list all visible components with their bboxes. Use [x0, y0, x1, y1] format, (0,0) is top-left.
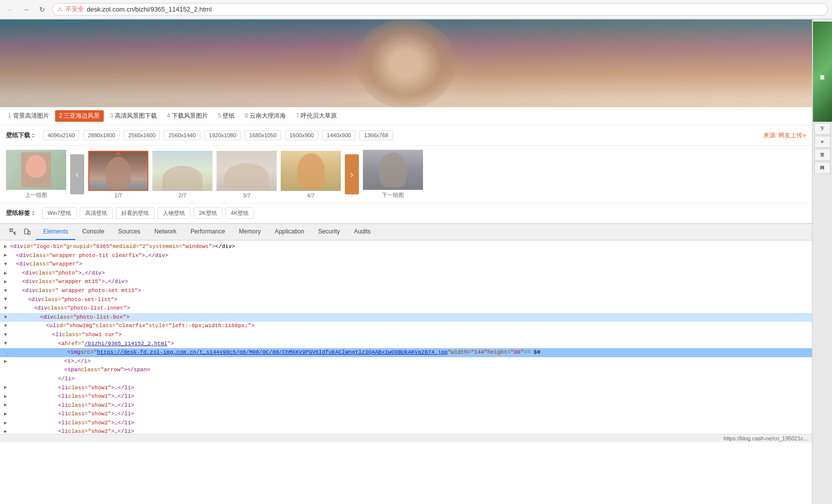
code-line-12: <a href="/bizhi/9365_114152_2.html" > — [0, 340, 812, 349]
code-line-15: <span class="arrow" ></span> — [0, 366, 812, 375]
url-display[interactable]: desk.zol.com.cn/bizhi/9365_114152_2.html — [87, 6, 822, 13]
code-line-17: <li class="show1" >…</li> — [0, 384, 812, 393]
size-2880[interactable]: 2880x1800 — [83, 130, 119, 140]
code-line-1: <div id="logo-bin" groupid="9365" mediai… — [0, 242, 812, 251]
forward-button[interactable]: → — [20, 4, 32, 16]
tag-4k[interactable]: 4K壁纸 — [226, 207, 254, 219]
code-line-22: <li class="show2" >…</li> — [0, 427, 812, 434]
cat-item-5[interactable]: 5壁纸 — [214, 110, 239, 122]
tab-sources[interactable]: Sources — [111, 224, 147, 240]
tag-hd[interactable]: 高清壁纸 — [80, 207, 113, 219]
size-1366[interactable]: 1366x768 — [359, 130, 392, 140]
size-1440[interactable]: 1440x900 — [322, 130, 355, 140]
element-picker-icon[interactable] — [7, 226, 19, 238]
code-line-7: <div class="photo-set-list" > — [0, 296, 812, 305]
cat-item-1[interactable]: 1背景高清图片 — [4, 110, 53, 122]
category-nav: 1背景高清图片 2三亚海边风景 3高清风景图下载 4下载风景图片 5壁纸 6云南… — [0, 107, 812, 125]
tab-application[interactable]: Application — [268, 224, 311, 240]
sidebar-btn-down[interactable]: 下 — [814, 123, 830, 135]
code-line-6: <div class=" wrapper photo-set mt15" > — [0, 287, 812, 296]
sidebar-btn-list[interactable]: ≡ — [814, 136, 830, 148]
page-area: 1背景高清图片 2三亚海边风景 3高清风景图下载 4下载风景图片 5壁纸 6云南… — [0, 20, 812, 504]
cat-item-4[interactable]: 4下载风景图片 — [163, 110, 212, 122]
hero-image — [0, 20, 812, 107]
devtools-icon-bar — [4, 224, 36, 240]
address-bar[interactable]: ⚠ 不安全 desk.zol.com.cn/bizhi/9365_114152_… — [52, 3, 828, 16]
thumb-2-label: 2/7 — [178, 192, 186, 198]
tab-network[interactable]: Network — [147, 224, 183, 240]
thumb-1[interactable]: 1/7 — [88, 151, 148, 198]
cat-item-3[interactable]: 3高清风景图下载 — [106, 110, 161, 122]
size-1680[interactable]: 1680x1050 — [245, 130, 281, 140]
tab-console[interactable]: Console — [75, 224, 111, 240]
thumb-1-label: 1/7 — [114, 192, 122, 198]
code-line-16: </li> — [0, 375, 812, 384]
status-url: https://blog.cash-ne/cn_195021c... — [724, 435, 808, 441]
tag-nice[interactable]: 好看的壁纸 — [116, 207, 154, 219]
status-bar: https://blog.cash-ne/cn_195021c... — [0, 434, 812, 442]
tag-person[interactable]: 人物壁纸 — [157, 207, 190, 219]
code-line-11: <li class="show1 cur" > — [0, 331, 812, 340]
code-line-10: <ul id="showImg" class="clearfix" style=… — [0, 322, 812, 331]
active-line-dots: ... — [4, 349, 15, 357]
back-button[interactable]: ← — [4, 4, 16, 16]
tab-audits[interactable]: Audits — [347, 224, 377, 240]
thumb-strip: 上一组图 ‹ 1/7 2/7 — [0, 146, 812, 203]
devtools-tab-bar: Elements Console Sources Network Perform… — [0, 224, 812, 240]
svg-rect-3 — [28, 231, 30, 234]
sidebar-btn-net[interactable]: 网 — [814, 162, 830, 174]
size-1600[interactable]: 1600x900 — [285, 130, 318, 140]
browser-chrome: ← → ↻ ⚠ 不安全 desk.zol.com.cn/bizhi/9365_1… — [0, 0, 832, 20]
thumb-4-label: 4/7 — [307, 192, 314, 198]
security-label: 不安全 — [66, 5, 84, 14]
thumb-3-label: 3/7 — [243, 192, 250, 198]
tab-security[interactable]: Security — [311, 224, 347, 240]
download-label: 壁纸下载： — [6, 131, 36, 140]
code-line-2: <div class="wrapper photo-tit clearfix" … — [0, 251, 812, 261]
devtools: Elements Console Sources Network Perform… — [0, 223, 812, 434]
game-ad-banner[interactable]: 游戏网页 — [813, 22, 832, 122]
cat-item-7[interactable]: 7呼伦贝大草原 — [292, 110, 341, 122]
code-line-20: <li class="show2" >…</li> — [0, 410, 812, 419]
code-line-9: <div class="photo-list-box" > — [0, 313, 812, 322]
tab-performance[interactable]: Performance — [183, 224, 232, 240]
cat-item-2[interactable]: 2三亚海边风景 — [55, 110, 104, 122]
size-2560-1600[interactable]: 2560x1600 — [124, 130, 160, 140]
code-panel[interactable]: <div id="logo-bin" groupid="9365" mediai… — [0, 240, 812, 434]
reload-button[interactable]: ↻ — [36, 4, 48, 16]
code-line-13[interactable]: ... <img src="https://desk-fd.zol-img.co… — [0, 348, 812, 357]
tab-elements[interactable]: Elements — [36, 224, 75, 240]
code-line-18: <li class="show1" >…</li> — [0, 392, 812, 401]
size-2560-1440[interactable]: 2560x1440 — [164, 130, 200, 140]
code-line-19: <li class="show1" >…</li> — [0, 401, 812, 410]
security-icon: ⚠ — [58, 6, 63, 13]
sidebar-btn-res[interactable]: 资 — [814, 149, 830, 161]
code-line-5: <div class="wrapper mt15" >…</div> — [0, 278, 812, 287]
code-line-21: <li class="show2" >…</li> — [0, 419, 812, 428]
code-line-3: <div class="wrapper" > — [0, 260, 812, 269]
right-sidebar: 游戏网页 下 ≡ 资 网 — [812, 20, 832, 504]
download-bar: 壁纸下载： 4096x2160 2880x1800 2560x1600 2560… — [0, 125, 812, 146]
size-4096[interactable]: 4096x2160 — [43, 130, 79, 140]
tags-label: 壁纸标签： — [6, 209, 36, 217]
svg-rect-0 — [10, 229, 13, 231]
device-emulation-icon[interactable] — [21, 226, 33, 238]
thumb-3[interactable]: 3/7 — [217, 151, 277, 198]
cat-item-6[interactable]: 6云南大理洱海 — [241, 110, 290, 122]
thumb-prev-btn[interactable]: ‹ — [70, 154, 84, 194]
code-line-4: <div class="photo" >…</div> — [0, 269, 812, 278]
tag-win7[interactable]: Win7壁纸 — [42, 207, 77, 219]
size-1920[interactable]: 1920x1080 — [204, 130, 241, 140]
thumb-4[interactable]: 4/7 — [281, 151, 341, 198]
next-group-label: 下一组图 — [382, 191, 404, 199]
code-line-8: <div class="photo-list-inner" > — [0, 304, 812, 313]
prev-group-btn[interactable]: 上一组图 — [6, 150, 66, 199]
thumb-2[interactable]: 2/7 — [152, 151, 213, 198]
tab-memory[interactable]: Memory — [232, 224, 268, 240]
source-link[interactable]: 来源: 网友上传» — [763, 131, 806, 140]
nav-bar: ← → ↻ ⚠ 不安全 desk.zol.com.cn/bizhi/9365_1… — [0, 0, 832, 19]
tag-2k[interactable]: 2K壁纸 — [193, 207, 222, 219]
thumb-next-btn[interactable]: › — [345, 154, 359, 194]
next-group-btn[interactable]: 下一组图 — [363, 150, 423, 199]
code-line-14: <i>…</i> — [0, 357, 812, 366]
